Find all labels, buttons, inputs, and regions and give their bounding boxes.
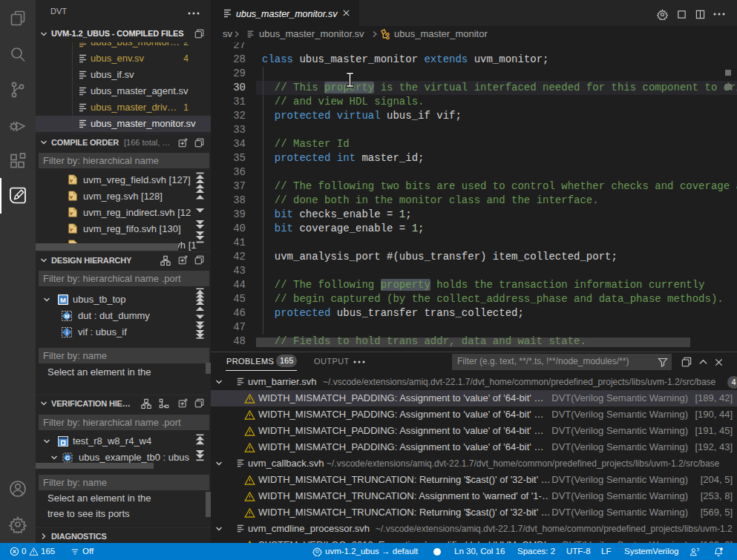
svg-text:C: C [65,455,70,461]
svg-text:v: v [70,193,73,200]
svg-text:M: M [65,313,69,320]
svg-text:v: v [70,177,73,184]
svg-text:v: v [70,225,73,233]
svg-text:v: v [70,209,73,217]
svg-text:M: M [60,296,66,304]
